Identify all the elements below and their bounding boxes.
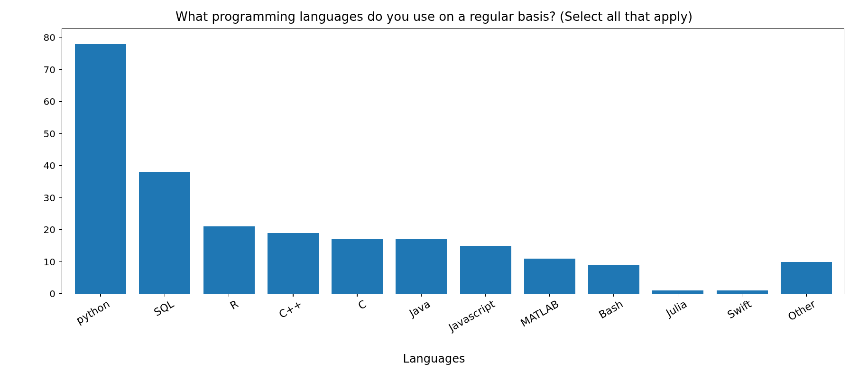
x-tick-label: python <box>38 294 112 346</box>
y-tick-mark <box>59 197 62 198</box>
bar <box>652 290 703 294</box>
x-tick-label: MATLAB <box>487 294 561 346</box>
bar <box>781 262 832 294</box>
x-tick-label: Julia <box>615 294 689 346</box>
y-tick-mark <box>59 261 62 262</box>
bar <box>75 44 126 294</box>
bar <box>203 226 255 294</box>
bar <box>396 239 447 294</box>
bar <box>139 172 190 294</box>
x-tick-label: C++ <box>230 294 304 346</box>
y-tick-mark <box>59 69 62 70</box>
x-tick-label: Swift <box>679 294 753 346</box>
x-tick-label: R <box>166 294 240 346</box>
bar <box>460 246 511 294</box>
x-tick-label: Java <box>359 294 433 346</box>
bars-container <box>62 29 844 294</box>
y-tick-mark <box>59 37 62 38</box>
bar <box>588 265 639 294</box>
y-tick-mark <box>59 101 62 102</box>
y-tick-mark <box>59 165 62 166</box>
y-tick-mark <box>59 293 62 294</box>
chart-figure: What programming languages do you use on… <box>0 0 868 373</box>
x-tick-label: SQL <box>102 294 176 346</box>
bar <box>524 259 575 294</box>
bar <box>332 239 383 294</box>
plot-area: 01020304050607080 pythonSQLRC++CJavaJava… <box>62 28 844 294</box>
x-tick-label: Bash <box>551 294 625 346</box>
bar <box>268 233 319 294</box>
x-tick-label: C <box>295 294 369 346</box>
y-tick-mark <box>59 229 62 230</box>
x-tick-label: Other <box>743 294 817 346</box>
bar <box>717 290 768 294</box>
x-tick-label: Javascript <box>423 294 497 346</box>
x-axis-label: Languages <box>0 352 868 365</box>
y-tick-mark <box>59 133 62 134</box>
